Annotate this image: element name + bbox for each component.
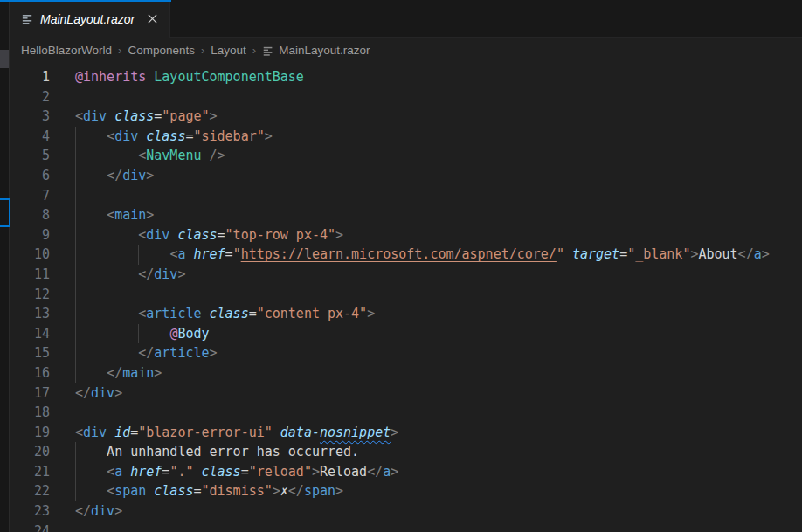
indent-guide — [75, 304, 76, 324]
code-token: = — [130, 425, 138, 440]
line-number: 9 — [9, 225, 50, 245]
code-line[interactable]: 23</div> — [9, 501, 802, 522]
code-token: span — [114, 483, 146, 499]
line-number: 6 — [9, 166, 50, 186]
code-line[interactable]: 19<div id="blazor-error-ui" data-nosnipp… — [9, 423, 802, 443]
indent-guide — [107, 265, 107, 285]
code-text: <span class="dismiss">✗</span> — [75, 483, 343, 499]
code-token — [146, 483, 154, 499]
code-token: div — [91, 385, 114, 401]
code-token: " — [233, 246, 241, 262]
code-token: class — [146, 128, 185, 144]
close-icon[interactable] — [143, 10, 161, 28]
line-number: 14 — [9, 324, 50, 344]
code-line[interactable]: 10 <a href="https://learn.microsoft.com/… — [9, 245, 802, 265]
code-text: </div> — [75, 503, 122, 519]
line-number: 22 — [9, 481, 50, 501]
code-line[interactable]: 13 <article class="content px-4"> — [9, 304, 802, 324]
breadcrumb-item-layout[interactable]: Layout — [211, 44, 246, 57]
indent-guide — [75, 481, 76, 501]
active-tab-accent-border — [0, 0, 171, 2]
code-text: </div> — [75, 385, 122, 401]
line-number: 20 — [9, 442, 50, 462]
explorer-edge-strip — [0, 0, 10, 532]
code-token: </ — [138, 345, 154, 361]
code-token: href — [130, 464, 162, 480]
code-token — [75, 246, 169, 262]
code-token: </ — [367, 464, 383, 480]
code-text: An unhandled error has occurred. — [75, 444, 359, 459]
code-line[interactable]: 8 <main> — [9, 205, 802, 225]
breadcrumb: HelloBlazorWorld›Components›Layout›MainL… — [9, 38, 802, 63]
tab-bar: MainLayout.razor — [9, 0, 802, 38]
code-token: LayoutComponentBase — [154, 69, 304, 85]
code-area[interactable]: 1@inherits LayoutComponentBase23<div cla… — [9, 63, 802, 532]
line-number: 4 — [9, 127, 50, 147]
code-text: <div class="page"> — [75, 108, 218, 124]
code-token: > — [177, 266, 185, 282]
line-number: 18 — [9, 403, 50, 423]
code-line[interactable]: 6 </div> — [9, 166, 802, 186]
code-token: NavMenu — [146, 148, 201, 163]
code-token: = — [154, 108, 162, 124]
code-token: nosnippet — [320, 425, 391, 440]
code-line[interactable]: 14 @Body — [9, 324, 802, 344]
code-token: div — [154, 266, 177, 282]
code-token: > — [762, 246, 770, 262]
line-number: 19 — [9, 423, 50, 443]
code-token: a — [754, 246, 762, 262]
indent-guide — [107, 304, 107, 324]
code-line[interactable]: 22 <span class="dismiss">✗</span> — [9, 481, 802, 501]
code-token: </ — [107, 168, 122, 183]
code-token: About — [698, 246, 737, 262]
breadcrumb-item-components[interactable]: Components — [128, 44, 195, 57]
code-line[interactable]: 15 </article> — [9, 343, 802, 363]
code-token: class — [177, 227, 217, 243]
code-line[interactable]: 9 <div class="top-row px-4"> — [9, 225, 802, 245]
code-token: = — [225, 246, 233, 262]
code-token: "." — [169, 464, 193, 480]
code-text: <main> — [75, 207, 154, 223]
code-line[interactable]: 3<div class="page"> — [9, 107, 802, 127]
code-line[interactable]: 18 — [9, 403, 802, 423]
indent-guide — [75, 127, 76, 147]
code-line[interactable]: 21 <a href="." class="reload">Reload</a> — [9, 462, 802, 482]
code-token: target — [572, 246, 619, 262]
code-token — [107, 108, 114, 124]
code-token: > — [146, 168, 154, 183]
code-line[interactable]: 5 <NavMenu /> — [9, 146, 802, 166]
code-line[interactable]: 17</div> — [9, 383, 802, 404]
code-token: < — [107, 464, 114, 480]
code-line[interactable]: 11 </div> — [9, 265, 802, 285]
indent-guide — [138, 245, 139, 265]
code-token: div — [114, 128, 138, 144]
breadcrumb-item-mainlayout.razor[interactable]: MainLayout.razor — [262, 44, 370, 57]
code-token: div — [83, 425, 107, 440]
code-line[interactable]: 2 — [9, 87, 802, 107]
code-token — [75, 326, 169, 342]
code-line[interactable]: 12 — [9, 285, 802, 305]
line-number: 17 — [9, 383, 50, 404]
code-token: < — [75, 108, 83, 124]
breadcrumb-item-helloblazorworld[interactable]: HelloBlazorWorld — [21, 44, 112, 57]
explorer-scrollbar-thumb[interactable] — [0, 50, 9, 68]
code-line[interactable]: 24 — [9, 522, 802, 532]
code-line[interactable]: 16 </main> — [9, 363, 802, 383]
code-token: > — [114, 503, 122, 519]
breadcrumb-separator-icon: › — [252, 44, 256, 57]
code-token: div — [91, 503, 114, 519]
indent-guide — [75, 245, 76, 265]
code-token — [122, 464, 130, 480]
code-token: = — [218, 227, 225, 243]
code-token: </ — [738, 246, 754, 262]
code-line[interactable]: 1@inherits LayoutComponentBase — [9, 67, 802, 87]
code-token: = — [249, 306, 257, 321]
indent-guide — [75, 343, 76, 363]
code-line[interactable]: 4 <div class="sidebar"> — [9, 127, 802, 147]
code-line[interactable]: 20 An unhandled error has occurred. — [9, 442, 802, 462]
code-token: > — [114, 385, 122, 401]
code-line[interactable]: 7 — [9, 186, 802, 206]
code-token: https://learn.microsoft.com/aspnet/core/ — [241, 246, 557, 262]
code-text: <a href="." class="reload">Reload</a> — [75, 464, 398, 480]
tab-mainlayout-razor[interactable]: MainLayout.razor — [10, 0, 170, 38]
